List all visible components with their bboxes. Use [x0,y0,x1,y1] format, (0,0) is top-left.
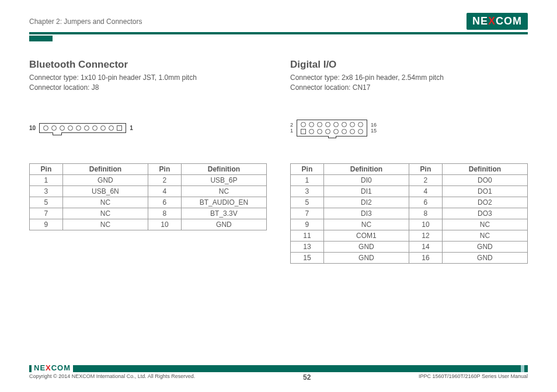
copyright-text: Copyright © 2014 NEXCOM International Co… [29,373,195,382]
table-cell: DI2 [323,197,409,208]
footer-marks [521,365,528,372]
pin-hole-icon [350,129,355,134]
pin-hole-icon [309,129,314,134]
pin-hole-icon [342,129,347,134]
table-cell: NC [442,219,527,230]
digital-io-section: Digital I/O Connector type: 2x8 16-pin h… [290,59,528,264]
table-cell: USB_6N [62,186,148,197]
table-header: Definition [181,163,266,174]
table-cell: 8 [409,208,442,219]
pin-hole-icon [317,122,322,127]
table-cell: 9 [291,219,324,230]
table-header: Definition [323,163,409,174]
table-header: Definition [62,163,148,174]
bt-notch-icon [53,132,62,135]
table-cell: DO3 [442,208,527,219]
footer-logo-post: COM [51,363,71,372]
table-cell: 6 [148,197,181,208]
table-row: 9NC10NC [291,219,528,230]
chapter-label: Chapter 2: Jumpers and Connectors [29,18,142,26]
footer-mark-icon [524,365,528,372]
table-row: 15GND16GND [291,252,528,263]
table-row: 1DI02DO0 [291,174,528,186]
pin-hole-icon [333,129,339,134]
pin-hole-icon [358,129,363,134]
table-cell: 10 [409,219,442,230]
table-row: 9NC10GND [30,219,267,230]
digital-io-diagram: 2 1 16 15 [290,120,377,136]
table-cell: 1 [291,174,324,186]
dio-label-bot-right: 15 [371,128,377,134]
table-cell: 12 [409,230,442,241]
logo-text-post: COM [496,15,522,27]
dio-notch-icon [328,136,336,138]
table-cell: 11 [291,230,324,241]
bluetooth-conn-loc: Connector location: J8 [29,83,267,93]
pin-hole-icon [358,122,363,127]
digital-io-diagram-area: 2 1 16 15 [290,93,528,163]
table-cell: 5 [30,197,63,208]
pin-hole-icon [100,125,106,131]
table-cell: 13 [291,241,324,252]
pin-hole-icon [301,122,306,127]
pin-hole-icon [43,125,48,131]
footer-bar: NEXCOM [29,365,528,372]
table-row: 1GND2USB_6P [30,174,267,186]
pin-hole-icon [309,122,314,127]
footer-logo: NEXCOM [32,363,73,372]
table-cell: 4 [148,186,181,197]
table-cell: GND [442,241,527,252]
table-row: 5NC6BT_AUDIO_EN [30,197,267,208]
bluetooth-diagram: 10 1 [29,123,133,133]
bt-connector-box [39,123,126,133]
pin-hole-icon [325,129,330,134]
dio-label-bot-left: 1 [290,128,293,134]
header-rule [29,32,528,34]
table-cell: 3 [30,186,63,197]
table-header: Pin [291,163,324,174]
pin-hole-square-icon [301,129,306,134]
dio-labels-left: 2 1 [290,123,293,134]
pin-hole-icon [92,125,98,131]
bluetooth-conn-type: Connector type: 1x10 10-pin header JST, … [29,73,267,83]
pin-hole-icon [317,129,322,134]
pin-hole-icon [342,122,347,127]
table-row: 3DI14DO1 [291,186,528,197]
table-cell: DI3 [323,208,409,219]
table-header: Pin [30,163,63,174]
digital-io-title: Digital I/O [290,59,528,71]
table-header: Pin [148,163,181,174]
footer-row: Copyright © 2014 NEXCOM International Co… [29,373,528,382]
table-cell: NC [181,186,266,197]
table-cell: 7 [291,208,324,219]
table-cell: GND [323,241,409,252]
table-cell: 7 [30,208,63,219]
table-cell: DO0 [442,174,527,186]
pin-hole-icon [76,125,81,131]
pin-hole-icon [333,122,339,127]
table-cell: 3 [291,186,324,197]
page-header: Chapter 2: Jumpers and Connectors NEXCOM [29,13,528,30]
table-cell: NC [62,219,148,230]
bluetooth-pin-table: Pin Definition Pin Definition 1GND2USB_6… [29,163,267,230]
table-cell: GND [323,252,409,263]
table-cell: 10 [148,219,181,230]
table-cell: 5 [291,197,324,208]
nexcom-logo: NEXCOM [467,13,528,30]
table-row: 5DI26DO2 [291,197,528,208]
pin-hole-icon [60,125,65,131]
table-row: 3USB_6N4NC [30,186,267,197]
pin-hole-icon [68,125,73,131]
bt-pin-left-label: 10 [29,125,36,131]
table-cell: 2 [409,174,442,186]
bluetooth-title: Bluetooth Connector [29,59,267,71]
pin-hole-icon [325,122,330,127]
table-header: Pin [409,163,442,174]
table-cell: DO2 [442,197,527,208]
bt-pin-right-label: 1 [130,125,133,131]
table-cell: 2 [148,174,181,186]
dio-labels-right: 16 15 [371,123,377,134]
table-cell: NC [62,208,148,219]
table-cell: COM1 [323,230,409,241]
table-cell: NC [323,219,409,230]
